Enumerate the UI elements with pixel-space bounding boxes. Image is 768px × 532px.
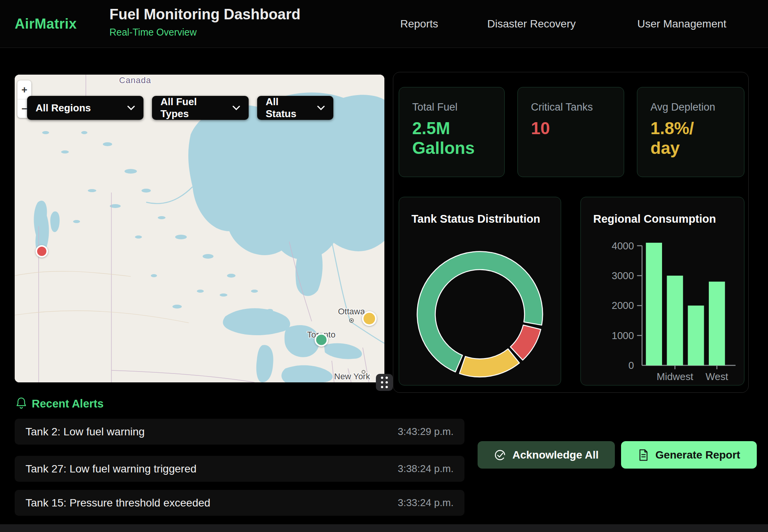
status-filter-dropdown[interactable]: All Status — [257, 96, 333, 120]
donut-chart-svg — [399, 197, 561, 385]
svg-text:2000: 2000 — [612, 300, 634, 311]
alert-message: Tank 2: Low fuel warning — [26, 426, 145, 438]
chevron-down-icon — [232, 106, 240, 110]
svg-text:4000: 4000 — [612, 240, 634, 251]
stat-card-avg-depletion: Avg Depletion 1.8%/day — [637, 87, 744, 177]
alert-row[interactable]: Tank 27: Low fuel warning triggered 3:38… — [15, 456, 464, 482]
alert-row[interactable]: Tank 15: Pressure threshold exceeded 3:3… — [15, 490, 464, 516]
fuel-type-filter-label: All Fuel Types — [160, 96, 225, 120]
app-logo[interactable]: AirMatrix — [15, 0, 77, 48]
app-header: AirMatrix Fuel Monitoring Dashboard Real… — [0, 0, 768, 48]
tank-status-chart-card: Tank Status Distribution — [399, 197, 561, 385]
alert-message: Tank 27: Low fuel warning triggered — [26, 463, 196, 475]
page-title: Fuel Monitoring Dashboard — [109, 6, 300, 23]
footer-strip — [0, 524, 768, 532]
bar-chart-svg: 01000200030004000MidwestWest — [581, 197, 744, 385]
yellow-tank-marker[interactable] — [362, 311, 377, 326]
stat-card-total-fuel: Total Fuel 2.5MGallons — [399, 87, 505, 177]
nav-item-disaster-recovery[interactable]: Disaster Recovery — [487, 0, 576, 48]
alert-timestamp: 3:43:29 p.m. — [398, 426, 454, 438]
red-tank-marker[interactable] — [36, 245, 48, 257]
alert-timestamp: 3:33:24 p.m. — [398, 497, 454, 509]
alert-message: Tank 15: Pressure threshold exceeded — [26, 497, 210, 509]
region-filter-label: All Regions — [36, 102, 91, 114]
document-icon — [638, 449, 649, 461]
map-filter-row: All Regions All Fuel Types All Status — [27, 96, 333, 120]
generate-report-button[interactable]: Generate Report — [621, 441, 757, 469]
nav-item-user-management[interactable]: User Management — [637, 0, 726, 48]
map-markers — [15, 75, 384, 382]
chevron-down-icon — [127, 106, 135, 110]
green-tank-marker[interactable] — [314, 333, 328, 347]
svg-text:3000: 3000 — [612, 270, 634, 281]
stat-value: 2.5MGallons — [412, 119, 504, 158]
page-title-block: Fuel Monitoring Dashboard Real-Time Over… — [109, 6, 300, 38]
stat-value: 1.8%/day — [650, 119, 744, 158]
dashboard-page: AirMatrix Fuel Monitoring Dashboard Real… — [0, 0, 768, 532]
stat-value: 10 — [531, 119, 624, 138]
resize-drag-handle-icon[interactable] — [376, 374, 393, 391]
nav-item-reports[interactable]: Reports — [400, 0, 438, 48]
chevron-down-icon — [317, 106, 325, 110]
svg-text:0: 0 — [628, 360, 634, 371]
acknowledge-all-button[interactable]: Acknowledge All — [478, 441, 615, 469]
acknowledge-all-label: Acknowledge All — [512, 449, 599, 461]
stat-card-critical-tanks: Critical Tanks 10 — [517, 87, 624, 177]
svg-text:Midwest: Midwest — [657, 371, 693, 382]
alert-timestamp: 3:38:24 p.m. — [398, 463, 454, 475]
svg-text:West: West — [706, 371, 728, 382]
check-circle-icon — [494, 449, 506, 461]
fuel-type-filter-dropdown[interactable]: All Fuel Types — [152, 96, 249, 120]
alerts-heading: Recent Alerts — [32, 397, 104, 410]
generate-report-label: Generate Report — [655, 449, 740, 461]
stat-label: Avg Depletion — [650, 101, 744, 113]
stat-label: Total Fuel — [412, 101, 504, 113]
svg-text:1000: 1000 — [612, 330, 634, 341]
stat-label: Critical Tanks — [531, 101, 624, 113]
bell-icon — [15, 397, 27, 409]
status-filter-label: All Status — [266, 96, 310, 120]
page-subtitle: Real-Time Overview — [109, 27, 300, 38]
alert-row[interactable]: Tank 2: Low fuel warning 3:43:29 p.m. — [15, 419, 464, 445]
map[interactable]: Canada Ottawa Toronto New York + − All R… — [15, 75, 384, 382]
region-filter-dropdown[interactable]: All Regions — [27, 96, 143, 120]
regional-consumption-chart-card: Regional Consumption 01000200030004000Mi… — [580, 197, 744, 385]
